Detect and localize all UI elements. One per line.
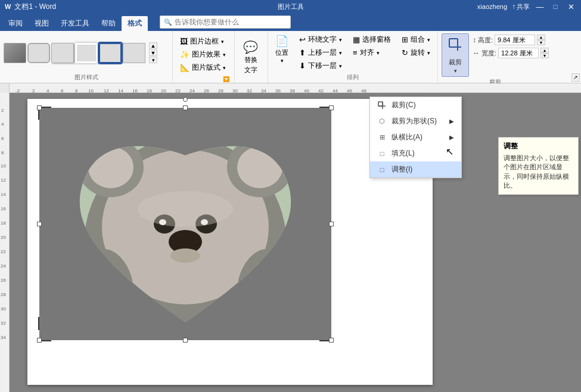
share-icon: ↑ (512, 2, 515, 11)
dropdown-item-crop[interactable]: 裁剪(C) (370, 97, 461, 113)
pic-style-1[interactable] (4, 43, 26, 63)
title-text: 文档1 - Word (14, 2, 56, 12)
image-container[interactable] (39, 108, 331, 340)
handle-br[interactable] (329, 338, 334, 343)
position-icon: 📄 (275, 35, 288, 48)
pic-style-2[interactable] (27, 43, 50, 63)
align-btn[interactable]: ≡ 对齐▾ (349, 46, 394, 59)
share-button[interactable]: ↑ 共享 (512, 2, 530, 11)
pic-style-4[interactable] (75, 43, 98, 63)
dropdown-item-fit[interactable]: □ 调整(I) (370, 161, 461, 178)
wrap-text-btn[interactable]: ↩ 环绕文字▾ (296, 33, 346, 46)
dropdown-item-fill[interactable]: □ 填充(L) (370, 145, 461, 161)
handle-tr[interactable] (329, 105, 334, 110)
move-down-icon: ⬇ (299, 61, 306, 70)
rotate-btn[interactable]: ↻ 旋转▾ (398, 46, 434, 59)
width-label: 宽度: (481, 49, 496, 58)
handle-tm[interactable] (183, 105, 188, 110)
ratio-item-arrow: ▶ (449, 134, 454, 141)
svg-point-17 (170, 248, 200, 263)
menu-item-format[interactable]: 格式 (122, 16, 148, 31)
style-scroll-up[interactable]: ▲ (149, 42, 157, 49)
tooltip-title: 调整 (504, 141, 573, 151)
crop-dropdown-menu: 裁剪(C) ⬡ 裁剪为形状(S) ▶ ⊞ 纵横比(A) ▶ □ 填充(L) □ … (369, 97, 462, 178)
wrap-text-icon: ↩ (299, 35, 306, 44)
svg-rect-0 (449, 39, 458, 47)
ribbon-expand-btn[interactable]: ↗ (571, 73, 580, 82)
title-right: xiaozheng ↑ 共享 — □ ✕ (477, 2, 576, 11)
menu-item-view[interactable]: 视图 (29, 16, 55, 31)
group-label-arrange: 排列 (272, 72, 434, 83)
group-btn[interactable]: ⊞ 组合▾ (398, 33, 434, 46)
selection-pane-btn[interactable]: ▦ 选择窗格 (349, 33, 394, 46)
pic-style-3[interactable] (51, 43, 74, 63)
crop-dropdown-arrow[interactable]: ▾ (454, 68, 457, 74)
ribbon-group-crop: 裁剪 ▾ ↕ 高度: ▲ ▼ ↔ 宽度: (438, 31, 554, 83)
share-label: 共享 (517, 2, 530, 11)
document-canvas (10, 93, 581, 392)
fill-item-icon: □ (377, 149, 387, 158)
width-input[interactable] (498, 48, 539, 58)
crop-item-icon (377, 101, 387, 110)
group-icon: ⊞ (402, 35, 408, 44)
height-input[interactable] (495, 35, 535, 45)
width-down-btn[interactable]: ▼ (540, 53, 549, 58)
ribbon-group-picture-styles: ▲ ▼ ▾ 图片样式 (0, 31, 173, 83)
style-scroll-down[interactable]: ▼ (149, 49, 157, 56)
ribbon-group-arrange: 📄 位置▾ ↩ 环绕文字▾ ⬆ 上移一层▾ ⬇ 下移一层▾ (268, 31, 438, 83)
picture-layout-btn[interactable]: 📐 图片版式▾ (176, 61, 229, 74)
close-button[interactable]: ✕ (566, 2, 576, 11)
dropdown-item-shape[interactable]: ⬡ 裁剪为形状(S) ▶ (370, 113, 461, 129)
crop-item-label: 裁剪(C) (392, 100, 416, 110)
style-scroll-expand[interactable]: ▾ (149, 57, 157, 63)
handle-tl[interactable] (37, 105, 42, 110)
maximize-button[interactable]: □ (550, 2, 561, 11)
handle-bm[interactable] (183, 338, 188, 343)
picture-effect-icon: ✨ (180, 50, 189, 59)
fill-item-label: 填充(L) (392, 148, 415, 158)
align-icon: ≡ (353, 48, 358, 57)
dropdown-item-ratio[interactable]: ⊞ 纵横比(A) ▶ (370, 129, 461, 145)
replace-text-btn[interactable]: 💬 替换 文字 (238, 38, 263, 77)
search-box[interactable]: 🔍 (160, 15, 291, 29)
pic-style-5[interactable] (99, 43, 122, 63)
menu-item-help[interactable]: 帮助 (95, 16, 122, 31)
picture-border-icon: 🖼 (180, 37, 188, 46)
shape-item-label: 裁剪为形状(S) (392, 116, 437, 126)
tooltip: 调整 调整图片大小，以便整个图片在图片区域显示，同时保持原始纵横比。 (498, 137, 579, 195)
fit-item-icon: □ (377, 165, 387, 175)
group-expand-effects[interactable]: 🔽 (176, 76, 229, 83)
menu-item-devtools[interactable]: 开发工具 (55, 16, 95, 31)
picture-layout-icon: 📐 (180, 63, 189, 72)
position-btn[interactable]: 📄 位置▾ (272, 33, 292, 65)
ribbon-group-replace-text: 💬 替换 文字 (235, 31, 268, 83)
height-up-btn[interactable]: ▲ (537, 35, 545, 40)
group-label-picture-styles: 图片样式 (4, 72, 169, 83)
pic-style-6[interactable] (123, 43, 145, 63)
handle-bl[interactable] (37, 338, 42, 343)
tooltip-body: 调整图片大小，以便整个图片在图片区域显示，同时保持原始纵横比。 (504, 154, 573, 191)
height-down-btn[interactable]: ▼ (537, 40, 545, 45)
handle-ml[interactable] (37, 222, 42, 226)
title-left: W 文档1 - Word (5, 2, 56, 12)
main-area: 2 4 6 8 10 12 14 16 18 20 22 24 26 28 30… (0, 93, 581, 392)
image-tool-tab: 图片工具 (268, 2, 313, 11)
crop-button[interactable]: 裁剪 ▾ (442, 33, 469, 77)
handle-mr[interactable] (329, 222, 334, 226)
rotate-icon: ↻ (402, 48, 408, 57)
move-down-btn[interactable]: ⬇ 下移一层▾ (296, 60, 346, 72)
menu-item-review[interactable]: 审阅 (2, 16, 29, 31)
minimize-button[interactable]: — (535, 2, 545, 11)
picture-effect-btn[interactable]: ✨ 图片效果▾ (176, 48, 229, 61)
svg-rect-21 (378, 102, 383, 106)
search-input[interactable] (175, 18, 282, 26)
replace-text-icon: 💬 (243, 40, 258, 54)
move-up-btn[interactable]: ⬆ 上移一层▾ (296, 46, 346, 59)
picture-border-btn[interactable]: 🖼 图片边框▾ (176, 35, 229, 48)
search-icon: 🔍 (164, 18, 172, 26)
fit-item-label: 调整(I) (392, 164, 412, 175)
ruler-horizontal: -2 2 4 6 8 10 12 14 16 18 20 22 24 26 28… (0, 83, 581, 93)
koala-image (39, 108, 331, 340)
width-up-btn[interactable]: ▲ (540, 48, 549, 53)
rotate-handle[interactable] (183, 97, 188, 102)
